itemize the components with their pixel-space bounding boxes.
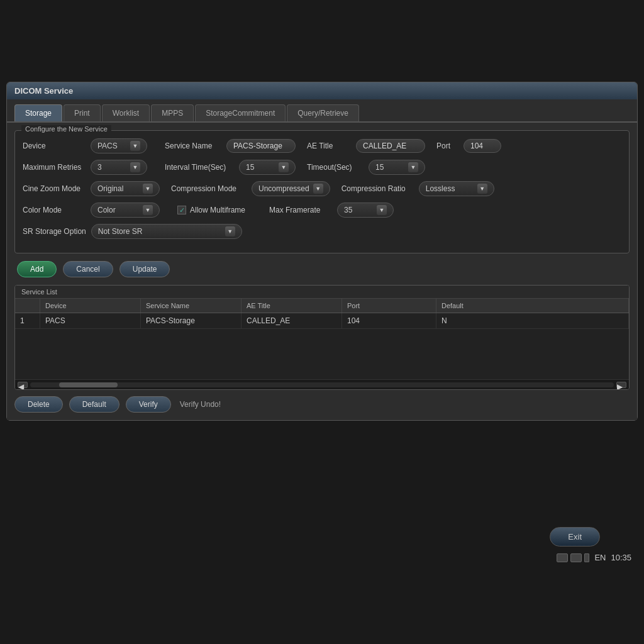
max-retries-arrow: ▼ [130, 162, 140, 172]
sr-storage-dropdown[interactable]: Not Store SR ▼ [91, 224, 242, 239]
row-num: 1 [15, 313, 40, 328]
service-list-section: Service List Device Service Name AE Titl… [14, 285, 630, 390]
col-num [15, 299, 40, 313]
form-row-5: SR Storage Option Not Store SR ▼ [23, 224, 621, 239]
col-service-name: Service Name [141, 299, 242, 313]
battery-icon [584, 553, 589, 562]
port-input[interactable]: 104 [464, 139, 501, 153]
tab-bar: Storage Print Worklist MPPS StorageCommi… [7, 99, 637, 123]
col-device: Device [40, 299, 141, 313]
device-dropdown[interactable]: PACS ▼ [91, 138, 147, 153]
status-bar: EN 10:35 [557, 553, 631, 562]
device-dropdown-arrow: ▼ [130, 141, 140, 151]
row-device: PACS [40, 313, 141, 328]
configure-section: Configure the New Service Device PACS ▼ … [14, 130, 630, 253]
scrollbar-track[interactable] [30, 382, 614, 387]
ae-title-label: AE Title [307, 142, 351, 150]
max-retries-dropdown[interactable]: 3 ▼ [91, 160, 147, 175]
col-ae-title: AE Title [242, 299, 342, 313]
max-framerate-arrow: ▼ [377, 205, 387, 215]
content-area: Configure the New Service Device PACS ▼ … [7, 123, 637, 420]
status-icons [557, 553, 589, 562]
tab-worklist[interactable]: Worklist [102, 104, 150, 121]
window-title: DICOM Service [7, 82, 637, 99]
port-label: Port [436, 142, 458, 150]
interval-time-dropdown[interactable]: 15 ▼ [239, 160, 296, 175]
max-retries-label: Maximum Retries [23, 163, 86, 172]
delete-button[interactable]: Delete [14, 396, 63, 413]
timeout-dropdown[interactable]: 15 ▼ [369, 160, 425, 175]
monitor-icon [570, 553, 582, 562]
max-framerate-dropdown[interactable]: 35 ▼ [337, 203, 394, 218]
tab-queryretrieve[interactable]: Query/Retrieve [287, 104, 359, 121]
network-icon [557, 553, 568, 562]
compression-ratio-label: Compression Ratio [341, 184, 414, 193]
configure-section-title: Configure the New Service [21, 125, 111, 133]
compression-mode-arrow: ▼ [313, 184, 323, 194]
device-label: Device [23, 142, 86, 150]
service-list-title: Service List [15, 286, 629, 299]
cine-zoom-arrow: ▼ [143, 184, 153, 194]
color-mode-label: Color Mode [23, 206, 86, 214]
row-service-name: PACS-Storage [141, 313, 242, 328]
main-window: DICOM Service Storage Print Worklist MPP… [6, 82, 638, 421]
color-mode-dropdown[interactable]: Color ▼ [91, 203, 160, 218]
max-framerate-label: Max Framerate [269, 206, 332, 214]
service-name-label: Service Name [165, 142, 221, 150]
tab-mpps[interactable]: MPPS [151, 104, 194, 121]
horizontal-scrollbar[interactable]: ◀ ▶ [15, 379, 629, 389]
compression-ratio-dropdown[interactable]: Lossless ▼ [419, 181, 494, 196]
scrollbar-thumb[interactable] [59, 382, 118, 387]
table-row[interactable]: 1 PACS PACS-Storage CALLED_AE 104 N [15, 313, 629, 329]
cancel-button[interactable]: Cancel [63, 261, 113, 277]
form-row-1: Device PACS ▼ Service Name PACS-Storage … [23, 138, 621, 153]
default-button[interactable]: Default [69, 396, 119, 413]
ae-title-input[interactable]: CALLED_AE [356, 139, 425, 153]
update-button[interactable]: Update [119, 261, 170, 277]
scroll-left-btn[interactable]: ◀ [18, 382, 28, 388]
action-buttons: Add Cancel Update [14, 261, 630, 277]
scroll-right-btn[interactable]: ▶ [616, 382, 626, 388]
allow-multiframe-checkbox[interactable]: ✓ [177, 206, 186, 214]
form-row-4: Color Mode Color ▼ ✓ Allow Multiframe Ma… [23, 203, 621, 218]
sr-storage-arrow: ▼ [225, 226, 235, 236]
allow-multiframe-wrap: ✓ Allow Multiframe [177, 206, 245, 214]
allow-multiframe-label: Allow Multiframe [190, 206, 245, 214]
timeout-label: Timeout(Sec) [307, 163, 364, 172]
tab-print[interactable]: Print [64, 104, 101, 121]
row-default: N [436, 313, 629, 328]
col-port: Port [342, 299, 436, 313]
device-value: PACS [97, 142, 118, 150]
table-empty-area [15, 329, 629, 379]
verify-button[interactable]: Verify [126, 396, 171, 413]
sr-storage-label: SR Storage Option [23, 227, 86, 236]
form-row-3: Cine Zoom Mode Original ▼ Compression Mo… [23, 181, 621, 196]
tab-storagecommitment[interactable]: StorageCommitment [195, 104, 286, 121]
status-time: 10:35 [611, 553, 631, 562]
exit-button[interactable]: Exit [550, 527, 600, 547]
add-button[interactable]: Add [17, 261, 57, 277]
interval-time-arrow: ▼ [279, 162, 289, 172]
verify-undo-text: Verify Undo! [180, 400, 221, 409]
service-name-input[interactable]: PACS-Storage [226, 139, 296, 153]
status-lang: EN [594, 553, 606, 562]
interval-time-label: Interval Time(Sec) [165, 163, 234, 172]
cine-zoom-dropdown[interactable]: Original ▼ [91, 181, 160, 196]
cine-zoom-label: Cine Zoom Mode [23, 184, 86, 193]
compression-mode-dropdown[interactable]: Uncompressed ▼ [252, 181, 330, 196]
color-mode-arrow: ▼ [143, 205, 153, 215]
compression-mode-label: Compression Mode [171, 184, 247, 193]
timeout-arrow: ▼ [408, 162, 418, 172]
table-header: Device Service Name AE Title Port Defaul… [15, 299, 629, 313]
title-text: DICOM Service [14, 86, 73, 96]
form-row-2: Maximum Retries 3 ▼ Interval Time(Sec) 1… [23, 160, 621, 175]
col-default: Default [436, 299, 629, 313]
compression-ratio-arrow: ▼ [477, 184, 487, 194]
tab-storage[interactable]: Storage [14, 104, 62, 121]
bottom-buttons: Delete Default Verify Verify Undo! [14, 396, 630, 413]
row-ae-title: CALLED_AE [242, 313, 342, 328]
row-port: 104 [342, 313, 436, 328]
